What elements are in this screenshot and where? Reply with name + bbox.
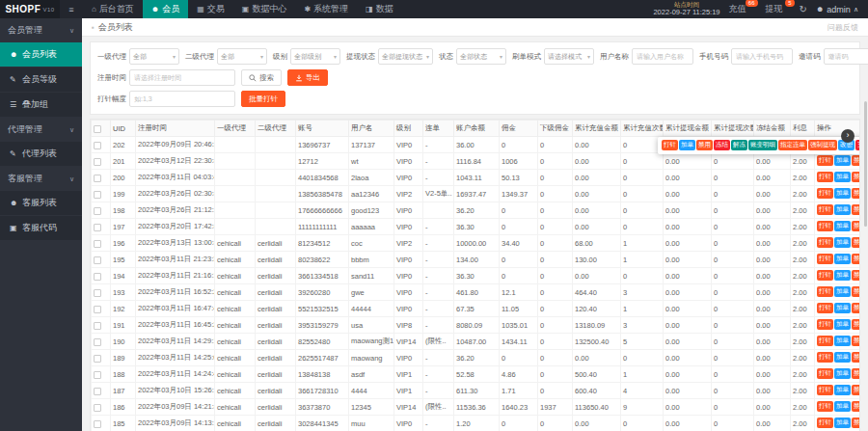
row-checkbox[interactable] <box>94 355 101 363</box>
action-button-orange[interactable]: 禁用 <box>852 303 860 313</box>
top-nav-item[interactable]: ⌂后台首页 <box>83 0 143 18</box>
filter-input[interactable] <box>824 48 868 65</box>
row-checkbox[interactable] <box>94 142 101 149</box>
row-checkbox[interactable] <box>94 175 101 182</box>
filter-input[interactable] <box>632 48 693 65</box>
vertical-scrollbar[interactable] <box>864 101 867 227</box>
row-checkbox[interactable] <box>94 289 101 297</box>
action-button-orange[interactable]: 打针 <box>817 270 833 281</box>
action-button-blue[interactable]: 加单 <box>834 155 851 166</box>
select-all-checkbox[interactable] <box>94 125 101 133</box>
filter-select[interactable]: 请选择模式▾ <box>544 48 594 65</box>
action-button-blue[interactable]: 加单 <box>834 401 851 412</box>
top-nav-item[interactable]: ▣数据中心 <box>233 0 296 18</box>
action-button-orange[interactable]: 禁用 <box>852 336 860 346</box>
sidebar-item[interactable]: ☻客服列表 <box>0 191 82 216</box>
row-checkbox[interactable] <box>94 224 101 231</box>
action-button-orange[interactable]: 强制提现 <box>808 140 837 150</box>
action-button-blue[interactable]: 加单 <box>834 368 851 379</box>
action-button-red[interactable]: 冻结 <box>714 140 730 150</box>
action-button-orange[interactable]: 禁用 <box>852 270 860 281</box>
action-button-blue[interactable]: 加单 <box>834 221 851 231</box>
top-nav-item[interactable]: ◨数据 <box>357 0 402 18</box>
sidebar-item[interactable]: ✎代理列表 <box>0 142 82 167</box>
action-button-blue[interactable]: 加单 <box>834 270 851 281</box>
top-nav-item[interactable]: ✱系统管理 <box>295 0 357 18</box>
action-button-orange[interactable]: 禁用 <box>852 319 860 330</box>
action-button-orange[interactable]: 打针 <box>817 155 833 166</box>
top-nav-item[interactable]: ▦交易 <box>188 0 233 18</box>
action-button-orange[interactable]: 打针 <box>817 336 833 346</box>
sidebar-item[interactable]: ✎会员等级 <box>0 67 82 93</box>
filter-select[interactable]: 全部▾ <box>129 48 179 65</box>
action-button-orange[interactable]: 打针 <box>817 319 833 330</box>
topbar-shortcut[interactable]: 提现5 <box>766 3 791 15</box>
filter-input[interactable] <box>731 48 793 65</box>
action-button-orange[interactable]: 打针 <box>662 140 678 150</box>
clear-cache-icon[interactable]: ↻ <box>800 4 807 14</box>
action-button-orange[interactable]: 禁用 <box>852 221 860 231</box>
row-checkbox[interactable] <box>94 388 101 395</box>
action-button-orange[interactable]: 打针 <box>817 418 833 428</box>
action-button-orange[interactable]: 禁用 <box>852 368 860 379</box>
action-button-blue[interactable]: 加单 <box>834 352 851 363</box>
action-button-orange[interactable]: 禁用 <box>852 172 860 182</box>
action-button-orange[interactable]: 打针 <box>817 385 833 395</box>
action-button-orange[interactable]: 指定连单 <box>778 140 807 150</box>
action-button-orange[interactable]: 禁用 <box>852 352 860 363</box>
register-time-input[interactable] <box>129 69 235 86</box>
action-button-blue[interactable]: 加单 <box>834 385 851 395</box>
action-button-orange[interactable]: 禁用 <box>852 237 860 248</box>
sidebar-group[interactable]: 客服管理∨ <box>0 167 82 191</box>
action-button-orange[interactable]: 打针 <box>817 303 833 313</box>
row-checkbox[interactable] <box>94 306 101 313</box>
row-checkbox[interactable] <box>94 404 101 412</box>
filter-select[interactable]: 全部提现状态▾ <box>378 48 433 65</box>
action-button-blue[interactable]: 加单 <box>679 140 695 150</box>
action-button-orange[interactable]: 禁用 <box>852 385 860 395</box>
row-checkbox[interactable] <box>94 191 101 199</box>
action-button-blue[interactable]: 加单 <box>834 172 851 182</box>
menu-toggle-icon[interactable]: ≡ <box>60 0 83 18</box>
row-checkbox[interactable] <box>94 158 101 166</box>
export-button[interactable]: 导出 <box>287 69 328 86</box>
action-button-orange[interactable]: 打针 <box>817 188 833 199</box>
action-button-green[interactable]: 解冻 <box>731 140 747 150</box>
filter-select[interactable]: 全部状态▾ <box>456 48 506 65</box>
action-button-orange[interactable]: 禁用 <box>852 418 860 428</box>
action-button-orange[interactable]: 禁用 <box>696 140 713 150</box>
row-checkbox[interactable] <box>94 371 101 379</box>
action-button-orange[interactable]: 打针 <box>817 237 833 248</box>
action-button-orange[interactable]: 禁用 <box>852 204 860 215</box>
sidebar-item[interactable]: ☰叠加组 <box>0 93 82 118</box>
action-button-blue[interactable]: 加单 <box>834 418 851 428</box>
sidebar-item[interactable]: ▣客服代码 <box>0 216 82 241</box>
row-checkbox[interactable] <box>94 420 101 428</box>
needle-range-input[interactable] <box>129 91 235 107</box>
scroll-right-button[interactable]: › <box>841 129 854 143</box>
batch-needle-button[interactable]: 批量打针 <box>241 91 285 107</box>
row-checkbox[interactable] <box>94 273 101 281</box>
action-button-blue[interactable]: 加单 <box>834 254 851 264</box>
sidebar-group[interactable]: 会员管理∨ <box>0 18 82 42</box>
action-button-blue[interactable]: 加单 <box>834 237 851 248</box>
action-button-orange[interactable]: 打针 <box>817 204 833 215</box>
action-button-blue[interactable]: 加单 <box>834 336 851 346</box>
action-button-red[interactable]: 充值 <box>855 140 860 150</box>
filter-select[interactable]: 全部级别▾ <box>290 48 340 65</box>
row-checkbox[interactable] <box>94 338 101 346</box>
action-button-orange[interactable]: 打针 <box>817 286 833 297</box>
action-button-blue[interactable]: 加单 <box>834 188 851 199</box>
row-checkbox[interactable] <box>94 322 101 330</box>
action-button-orange[interactable]: 打针 <box>817 221 833 231</box>
row-checkbox[interactable] <box>94 207 101 215</box>
action-button-blue[interactable]: 加单 <box>834 204 851 215</box>
row-checkbox[interactable] <box>94 256 101 264</box>
user-menu[interactable]: ☻ admin ∧ <box>816 5 858 14</box>
action-button-green[interactable]: 账变明细 <box>748 140 777 150</box>
action-button-orange[interactable]: 禁用 <box>852 401 860 412</box>
action-button-orange[interactable]: 禁用 <box>852 286 860 297</box>
action-button-orange[interactable]: 打针 <box>817 401 833 412</box>
action-button-blue[interactable]: 加单 <box>834 286 851 297</box>
sidebar-group[interactable]: 代理管理∨ <box>0 118 82 142</box>
